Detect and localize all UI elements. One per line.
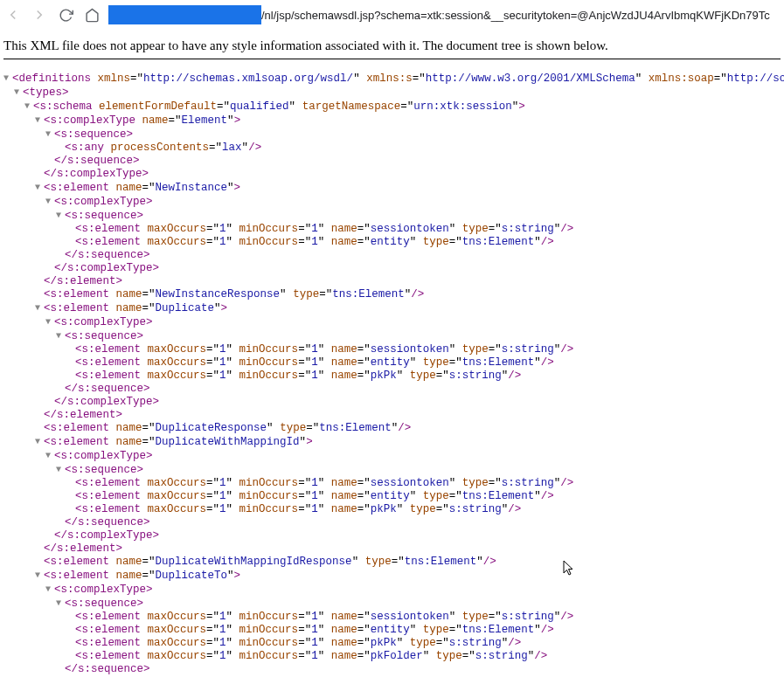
xml-node: <s:element maxOccurs="1" minOccurs="1" n… xyxy=(3,236,784,249)
xml-node[interactable]: ▼<definitions xmlns="http://schemas.xmls… xyxy=(3,72,784,86)
xml-node[interactable]: ▼<s:sequence> xyxy=(3,209,784,223)
browser-toolbar: /nl/jsp/schemawsdl.jsp?schema=xtk:sessio… xyxy=(0,0,784,30)
caret-icon[interactable]: ▼ xyxy=(35,435,44,448)
xml-node[interactable]: ▼<s:element name="DuplicateTo"> xyxy=(3,569,784,583)
xml-node[interactable]: ▼<s:sequence> xyxy=(3,329,784,343)
xml-node: </s:complexType> xyxy=(3,168,784,181)
xml-node: <s:element name="NewInstanceResponse" ty… xyxy=(3,288,784,301)
xml-node[interactable]: ▼<s:complexType> xyxy=(3,195,784,209)
caret-icon[interactable]: ▼ xyxy=(45,315,54,328)
xml-node[interactable]: ▼<s:element name="DuplicateWithMappingId… xyxy=(3,435,784,449)
address-bar[interactable]: /nl/jsp/schemawsdl.jsp?schema=xtk:sessio… xyxy=(108,4,781,25)
xml-node: </s:sequence> xyxy=(3,383,784,396)
xml-node: </s:sequence> xyxy=(3,516,784,529)
xml-node[interactable]: ▼<types> xyxy=(3,86,784,100)
xml-node: <s:element maxOccurs="1" minOccurs="1" n… xyxy=(3,370,784,383)
xml-node: <s:element maxOccurs="1" minOccurs="1" n… xyxy=(3,503,784,516)
reload-icon[interactable] xyxy=(56,5,75,24)
caret-icon[interactable]: ▼ xyxy=(35,181,44,194)
xml-node: </s:complexType> xyxy=(3,262,784,275)
xml-node: <s:element maxOccurs="1" minOccurs="1" n… xyxy=(3,611,784,624)
xml-node: <s:element maxOccurs="1" minOccurs="1" n… xyxy=(3,650,784,663)
caret-icon[interactable]: ▼ xyxy=(45,449,54,462)
caret-icon[interactable]: ▼ xyxy=(56,329,65,342)
forward-icon[interactable] xyxy=(30,5,49,24)
caret-icon[interactable]: ▼ xyxy=(56,209,65,222)
xml-node: </s:element> xyxy=(3,542,784,556)
cursor-icon xyxy=(563,560,577,577)
caret-icon[interactable]: ▼ xyxy=(45,195,54,208)
xml-node[interactable]: ▼<s:sequence> xyxy=(3,463,784,477)
xml-node: <s:element name="DuplicateWithMappingIdR… xyxy=(3,556,784,569)
caret-icon[interactable]: ▼ xyxy=(45,128,54,141)
xml-node[interactable]: ▼<s:sequence> xyxy=(3,128,784,142)
url-path: /nl/jsp/schemawsdl.jsp?schema=xtk:sessio… xyxy=(261,9,770,22)
xml-node: </s:sequence> xyxy=(3,663,784,676)
xml-node[interactable]: ▼<s:element name="Duplicate"> xyxy=(3,301,784,315)
xml-node: <s:element maxOccurs="1" minOccurs="1" n… xyxy=(3,490,784,503)
caret-icon[interactable]: ▼ xyxy=(35,114,44,127)
xml-node: <s:element name="DuplicateResponse" type… xyxy=(3,422,784,435)
xml-node: <s:element maxOccurs="1" minOccurs="1" n… xyxy=(3,343,784,356)
xml-node[interactable]: ▼<s:complexType> xyxy=(3,315,784,329)
caret-icon[interactable]: ▼ xyxy=(56,597,65,610)
xml-node[interactable]: ▼<s:element name="NewInstance"> xyxy=(3,181,784,195)
caret-icon[interactable]: ▼ xyxy=(14,86,23,99)
xml-node: <s:element maxOccurs="1" minOccurs="1" n… xyxy=(3,624,784,637)
back-icon[interactable] xyxy=(3,5,23,24)
xml-node: <s:element maxOccurs="1" minOccurs="1" n… xyxy=(3,477,784,490)
xml-node[interactable]: ▼<s:complexType name="Element"> xyxy=(3,114,784,128)
xml-node: </s:complexType> xyxy=(3,529,784,542)
xml-node: </s:complexType> xyxy=(3,396,784,409)
xml-node: <s:any processContents="lax"/> xyxy=(3,142,784,155)
xml-node: <s:element maxOccurs="1" minOccurs="1" n… xyxy=(3,356,784,370)
caret-icon[interactable]: ▼ xyxy=(45,583,54,596)
caret-icon[interactable]: ▼ xyxy=(56,463,65,476)
caret-icon[interactable]: ▼ xyxy=(35,301,44,314)
xml-notice: This XML file does not appear to have an… xyxy=(3,38,781,59)
caret-icon[interactable]: ▼ xyxy=(35,569,44,582)
xml-node[interactable]: ▼<s:complexType> xyxy=(3,449,784,463)
xml-node: </s:element> xyxy=(3,409,784,422)
xml-node[interactable]: ▼<s:schema elementFormDefault="qualified… xyxy=(3,100,784,114)
xml-tree: ▼<definitions xmlns="http://schemas.xmls… xyxy=(0,65,784,677)
xml-node: </s:element> xyxy=(3,275,784,288)
xml-node[interactable]: ▼<s:complexType> xyxy=(3,583,784,597)
caret-icon[interactable]: ▼ xyxy=(3,72,12,85)
xml-node: <s:element maxOccurs="1" minOccurs="1" n… xyxy=(3,637,784,650)
xml-node: </s:sequence> xyxy=(3,249,784,262)
xml-node: </s:sequence> xyxy=(3,155,784,168)
caret-icon[interactable]: ▼ xyxy=(24,100,33,113)
home-icon[interactable] xyxy=(82,5,101,24)
xml-node: <s:element maxOccurs="1" minOccurs="1" n… xyxy=(3,223,784,236)
xml-node[interactable]: ▼<s:sequence> xyxy=(3,597,784,611)
url-host-masked xyxy=(108,5,261,24)
